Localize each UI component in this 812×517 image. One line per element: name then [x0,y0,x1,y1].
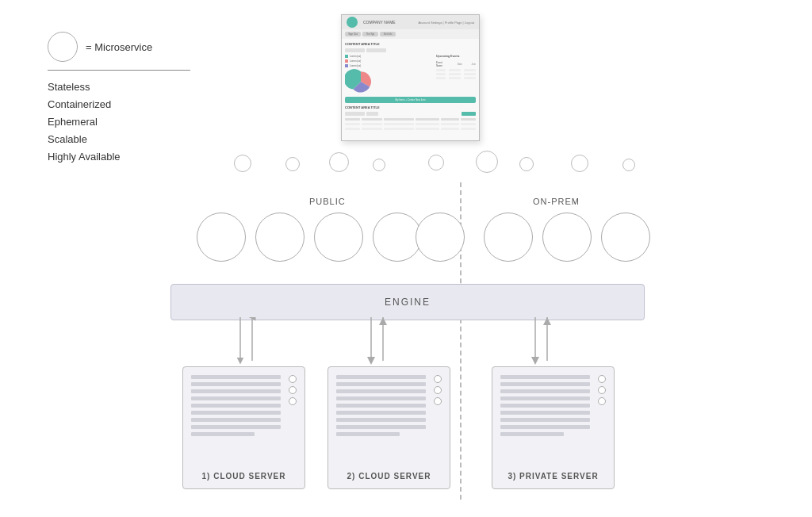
server-small-circle-1b [289,386,297,394]
event-row-4 [436,77,476,79]
server-line-3d [500,396,590,400]
server-line-2i [336,432,400,436]
main-circle-6 [484,213,533,262]
screenshot-pie-chart [345,69,377,94]
legend-divider [48,70,190,71]
upcoming-events-label: Upcoming Events [436,55,476,58]
float-circle-9 [622,159,635,171]
public-label: PUBLIC [309,197,346,206]
legend: = Microservice Stateless Containerized E… [48,32,190,166]
prop-containerized: Containerized [48,96,190,113]
server-box-3-inner [500,375,606,465]
main-circle-2 [255,213,304,262]
server-line-2e [336,404,426,408]
float-circle-1 [234,155,251,172]
cb-row-2: Lorem (xx) [345,59,433,63]
main-circle-4 [373,213,422,262]
microservice-circle [48,32,78,62]
screenshot-content-title-1: CONTENT AREA TITLE [345,42,476,46]
server-circles-3 [598,375,606,405]
float-circle-3 [329,152,349,172]
prop-stateless: Stateless [48,79,190,96]
engine-label: ENGINE [385,297,431,308]
server-line-2h [336,425,426,429]
screenshot-filter2 [366,48,386,52]
server-line-1c [191,389,281,393]
nav-tim-sgt: Tim Sgt [362,32,378,36]
server-circles-2 [434,375,442,405]
float-circle-7 [519,157,534,171]
screenshot-company-name: COMPANY NAME [363,20,396,25]
server-line-1a [191,375,281,379]
on-prem-label: ON-PREM [533,197,580,206]
event-row-3 [436,73,476,75]
screenshot-filter-4 [366,112,378,116]
server-line-2d [336,396,426,400]
server-circles-1 [289,375,297,405]
screenshot-action-btn: My Items + Create New Item [345,97,476,103]
main-circle-8 [601,213,650,262]
server-line-3c [500,389,590,393]
main-circle-1 [197,213,246,262]
server-small-circle-1a [289,375,297,383]
cb-1 [345,55,348,58]
float-circle-5 [428,155,444,170]
server-line-3h [500,425,590,429]
server-line-2c [336,389,426,393]
server-label-3: 3) PRIVATE SERVER [492,465,614,488]
server-line-1b [191,382,281,386]
screenshot-header: COMPANY NAME Account Settings | Profile … [342,15,479,29]
screenshot-filter [345,48,365,52]
main-circle-7 [542,213,592,262]
server-line-1h [191,425,281,429]
server-line-2a [336,375,426,379]
server-line-1d [191,396,281,400]
cb-label-3: Lorem (xx) [350,64,361,67]
server-small-circle-3a [598,375,606,383]
float-circle-2 [285,157,300,171]
float-circle-6 [476,151,498,173]
server-box-2-inner [336,375,442,465]
screenshot-table [345,118,476,121]
server-label-2: 2) CLOUD SERVER [328,465,450,488]
server-line-1g [191,418,281,422]
cb-label-2: Lorem (xx) [350,59,361,63]
server-line-3e [500,404,590,408]
microservice-legend: = Microservice [48,32,190,62]
screenshot-logo [347,17,358,28]
server-line-2f [336,411,426,415]
screenshot-action-small [462,112,476,116]
screenshot-nav: Sign Out Tim Sgt Get Info [342,29,479,39]
cb-row-1: Lorem (xx) [345,55,433,58]
server-small-circle-3c [598,397,606,405]
server-line-1f [191,411,281,415]
screenshot-main: Lorem (xx) Lorem (xx) Lorem (xx) [345,55,476,94]
nav-sign-out: Sign Out [345,32,361,36]
server-line-1i [191,432,255,436]
server-small-circle-2c [434,397,442,405]
server-line-3i [500,432,564,436]
main-circle-5 [416,213,465,262]
diagram-container: = Microservice Stateless Containerized E… [0,0,812,517]
server-box-1: 1) CLOUD SERVER [182,366,305,489]
server-line-2g [336,418,426,422]
cb-3 [345,64,348,67]
server-line-1e [191,404,281,408]
server-box-1-inner [191,375,297,465]
server-small-circle-3b [598,386,606,394]
server-box-3: 3) PRIVATE SERVER [492,366,615,489]
microservice-label: = Microservice [86,41,152,53]
server-line-3f [500,411,590,415]
prop-highly-available: Highly Available [48,148,190,166]
server-small-circle-2b [434,386,442,394]
svg-marker-10 [543,317,551,325]
nav-get-info: Get Info [380,32,396,36]
engine-bar: ENGINE [170,284,645,320]
server-line-3g [500,418,590,422]
server-small-circle-2a [434,375,442,383]
screenshot-body: CONTENT AREA TITLE Lorem (xx) Lorem (xx) [342,39,479,133]
svg-marker-6 [379,317,387,325]
screenshot-right: Upcoming Events Event Name Date Join [436,55,476,94]
screenshot-filter-3 [345,112,365,116]
server-line-2b [336,382,426,386]
